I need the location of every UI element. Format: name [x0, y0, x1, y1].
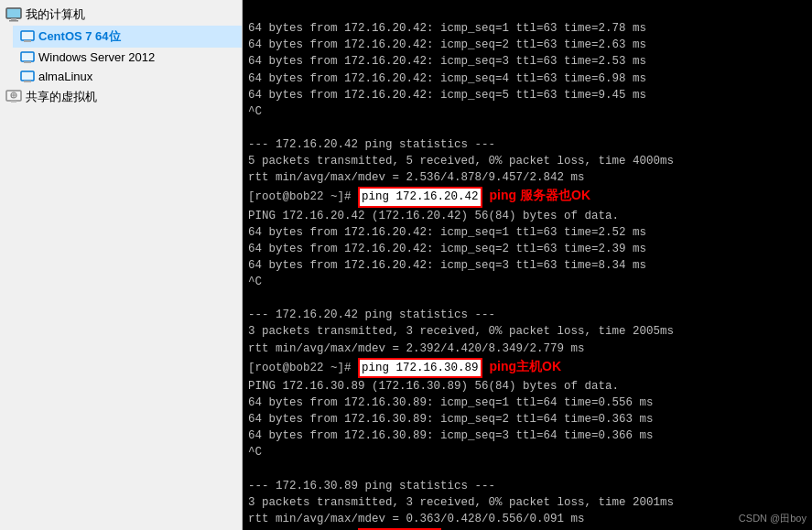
svg-rect-6 — [24, 61, 31, 63]
terminal-line: PING 172.16.20.42 (172.16.20.42) 56(84) … — [248, 210, 619, 222]
annotation1: ping 服务器也OK — [490, 186, 590, 204]
terminal-output: 64 bytes from 172.16.20.42: icmp_seq=1 t… — [248, 4, 807, 530]
svg-rect-10 — [11, 101, 16, 103]
sidebar: 我的计算机 CentOS 7 64位 Windows Server 2012 — [0, 0, 243, 530]
almalinux-label: almaLinux — [38, 70, 92, 83]
shared-vm-icon — [5, 90, 22, 104]
terminal-line: 3 packets transmitted, 3 received, 0% pa… — [248, 496, 674, 509]
terminal-line: ^C — [248, 105, 262, 118]
terminal-line: 64 bytes from 172.16.20.42: icmp_seq=3 t… — [248, 259, 646, 272]
watermark: CSDN @田boy — [739, 512, 807, 526]
svg-rect-1 — [11, 18, 16, 20]
terminal-line: --- 172.16.30.89 ping statistics --- — [248, 480, 495, 492]
terminal-line: 64 bytes from 172.16.20.42: icmp_seq=1 t… — [248, 22, 646, 35]
terminal-line: rtt min/avg/max/mdev = 2.536/4.878/9.457… — [248, 171, 585, 184]
my-computer-label: 我的计算机 — [26, 6, 85, 23]
sidebar-item-my-computer[interactable]: 我的计算机 — [0, 4, 242, 26]
vm-icon-alma — [20, 70, 35, 83]
terminal-line: rtt min/avg/max/mdev = 2.392/4.420/8.349… — [248, 342, 585, 355]
sidebar-item-centos7[interactable]: CentOS 7 64位 — [13, 26, 242, 48]
cmd1-highlight: ping 172.16.20.42 — [358, 187, 482, 207]
annotation2: ping主机OK — [490, 357, 562, 375]
svg-rect-7 — [21, 71, 34, 81]
terminal-line: 3 packets transmitted, 3 received, 0% pa… — [248, 325, 674, 338]
svg-rect-4 — [24, 40, 31, 42]
terminal-line: 64 bytes from 172.16.20.42: icmp_seq=5 t… — [248, 89, 646, 102]
terminal-line: 64 bytes from 172.16.20.42: icmp_seq=2 t… — [248, 243, 646, 255]
vm-icon-windows — [20, 51, 35, 64]
terminal-prompt-line2: [root@bob22 ~]# ping 172.16.30.89ping主机O… — [248, 362, 561, 374]
terminal-line: 64 bytes from 172.16.20.42: icmp_seq=2 t… — [248, 38, 646, 51]
terminal-line: 64 bytes from 172.16.30.89: icmp_seq=3 t… — [248, 429, 654, 442]
vm-icon-centos — [20, 30, 35, 43]
centos7-label: CentOS 7 64位 — [38, 28, 121, 45]
terminal-line: --- 172.16.20.42 ping statistics --- — [248, 138, 495, 151]
terminal-line: 5 packets transmitted, 5 received, 0% pa… — [248, 155, 674, 168]
terminal-line: 64 bytes from 172.16.30.89: icmp_seq=2 t… — [248, 413, 654, 426]
svg-rect-2 — [9, 20, 18, 22]
terminal-line: ^C — [248, 276, 262, 288]
sidebar-item-almalinux[interactable]: almaLinux — [13, 67, 242, 86]
svg-rect-5 — [21, 52, 34, 61]
sidebar-item-shared[interactable]: 共享的虚拟机 — [0, 86, 242, 108]
terminal[interactable]: 64 bytes from 172.16.20.42: icmp_seq=1 t… — [243, 0, 812, 530]
terminal-line: 64 bytes from 172.16.30.89: icmp_seq=1 t… — [248, 396, 654, 409]
sidebar-item-windows-server[interactable]: Windows Server 2012 — [13, 48, 242, 67]
terminal-line: ^C — [248, 446, 262, 459]
computer-icon — [5, 7, 22, 22]
svg-rect-0 — [6, 8, 21, 18]
terminal-line: PING 172.16.30.89 (172.16.30.89) 56(84) … — [248, 380, 619, 393]
windows-server-label: Windows Server 2012 — [38, 50, 155, 64]
terminal-line: 64 bytes from 172.16.20.42: icmp_seq=4 t… — [248, 72, 646, 85]
svg-rect-8 — [24, 81, 31, 82]
terminal-line: --- 172.16.20.42 ping statistics --- — [248, 308, 495, 321]
terminal-line: 64 bytes from 172.16.20.42: icmp_seq=1 t… — [248, 226, 646, 239]
terminal-line: rtt min/avg/max/mdev = 0.363/0.428/0.556… — [248, 513, 585, 525]
cmd2-highlight: ping 172.16.30.89 — [358, 358, 482, 378]
shared-vms-label: 共享的虚拟机 — [26, 89, 97, 105]
sidebar-group: CentOS 7 64位 Windows Server 2012 almaLin… — [0, 26, 242, 86]
terminal-prompt-line1: [root@bob22 ~]# ping 172.16.20.42ping 服务… — [248, 190, 590, 203]
svg-rect-3 — [21, 31, 34, 40]
terminal-line: 64 bytes from 172.16.20.42: icmp_seq=3 t… — [248, 55, 646, 68]
